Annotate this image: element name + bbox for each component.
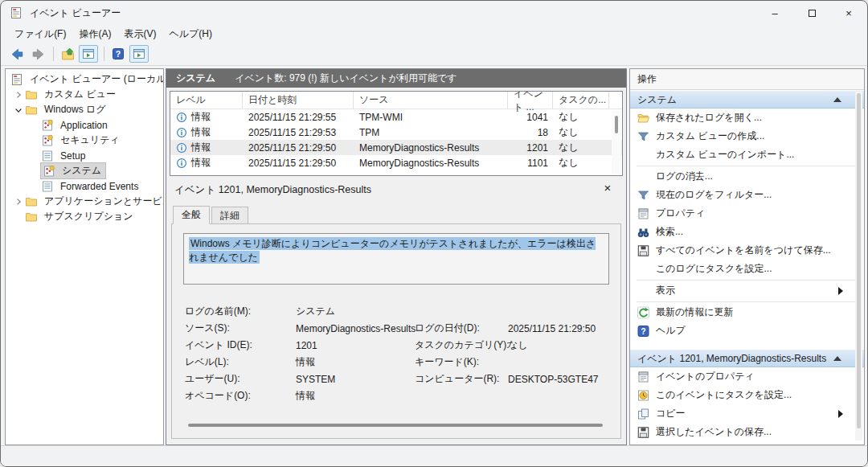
title-bar: イベント ビューアー – ×	[1, 1, 867, 25]
tab-general[interactable]: 全般	[173, 206, 210, 224]
action-view[interactable]: 表示	[630, 281, 864, 300]
event-viewer-window: イベント ビューアー – × ファイル(F) 操作(A) 表示(V) ヘルプ(H…	[0, 0, 868, 467]
action-separator	[637, 301, 858, 302]
action-pane: 操作 システム 保存されたログを開く... カスタム ビューの作成... カスタ…	[629, 68, 865, 445]
column-header-source[interactable]: ソース	[354, 92, 508, 109]
folder-up-icon	[61, 47, 75, 61]
scrollbar-thumb[interactable]	[857, 93, 861, 428]
column-header-event-id[interactable]: イベント ...	[508, 92, 553, 109]
event-message-text: Windows メモリ診断によりコンピューターのメモリがテストされましたが、エラ…	[189, 237, 596, 264]
tab-details[interactable]: 詳細	[211, 207, 248, 224]
column-header-datetime[interactable]: 日付と時刻	[243, 92, 354, 109]
chevron-right-icon[interactable]	[12, 197, 25, 207]
log-icon	[41, 180, 54, 193]
tree-item-root[interactable]: イベント ビューアー (ローカル)	[6, 72, 163, 87]
action-refresh[interactable]: 最新の情報に更新	[630, 303, 864, 322]
help-button[interactable]	[108, 45, 128, 63]
submenu-arrow-icon	[838, 410, 843, 418]
menu-action[interactable]: 操作(A)	[72, 26, 117, 43]
menu-view[interactable]: 表示(V)	[117, 26, 162, 43]
action-save-selected-events[interactable]: 選択したイベントの保存...	[630, 423, 864, 441]
binoculars-icon	[637, 226, 650, 239]
minimize-button[interactable]: –	[756, 1, 793, 25]
chevron-right-icon[interactable]	[12, 90, 25, 100]
action-pane-title: 操作	[630, 69, 864, 90]
event-row[interactable]: 情報 2025/11/15 21:29:50 MemoryDiagnostics…	[170, 155, 622, 170]
console-tree-toggle-icon	[82, 47, 95, 60]
field-label: ログの名前(M):	[185, 305, 296, 318]
tree-item-setup[interactable]: Setup	[6, 148, 163, 163]
field-label: オペコード(O):	[185, 389, 296, 403]
maximize-button[interactable]	[793, 1, 830, 25]
action-properties[interactable]: プロパティ	[630, 204, 864, 223]
menu-file[interactable]: ファイル(F)	[8, 26, 72, 43]
help-icon	[637, 325, 650, 338]
tree-item-custom-views[interactable]: カスタム ビュー	[6, 87, 163, 102]
scrollbar-thumb[interactable]	[615, 116, 618, 133]
column-header-level[interactable]: レベル	[170, 92, 243, 109]
up-level-button[interactable]	[58, 45, 77, 63]
action-section-event[interactable]: イベント 1201, MemoryDiagnostics-Results	[630, 350, 864, 367]
tree-item-subscriptions[interactable]: サブスクリプション	[6, 209, 163, 224]
event-list-scrollbar[interactable]	[612, 111, 621, 174]
chevron-down-icon[interactable]	[12, 105, 25, 115]
tree-item-security[interactable]: セキュリティ	[6, 133, 163, 148]
tree-item-app-services-logs[interactable]: アプリケーションとサービス ログ	[6, 194, 163, 209]
field-row: オペコード(O): 情報	[185, 387, 609, 404]
selected-tree-item: システム	[41, 163, 105, 178]
action-save-all-events[interactable]: すべてのイベントを名前をつけて保存...	[630, 241, 864, 260]
tree-item-application[interactable]: Application	[6, 117, 163, 133]
field-row: ユーザー(U): SYSTEM コンピューター(R): DESKTOP-53GT…	[185, 371, 609, 387]
event-fields: ログの名前(M): システム ソース(S): MemoryDiagnostics…	[185, 303, 609, 404]
action-copy[interactable]: コピー	[630, 404, 864, 423]
action-open-saved-log[interactable]: 保存されたログを開く...	[630, 109, 864, 127]
action-attach-task-to-log[interactable]: このログにタスクを設定...	[630, 260, 864, 278]
event-row[interactable]: 情報 2025/11/15 21:29:55 TPM-WMI 1041 なし	[170, 109, 622, 125]
action-clear-log[interactable]: ログの消去...	[630, 167, 864, 186]
action-import-custom-view[interactable]: カスタム ビューのインポート...	[630, 145, 864, 164]
column-header-task[interactable]: タスクの...	[553, 92, 609, 109]
funnel-icon	[637, 189, 650, 202]
event-row-selected[interactable]: 情報 2025/11/15 21:29:50 MemoryDiagnostics…	[170, 140, 622, 155]
console-tree-toggle-button[interactable]	[79, 45, 98, 63]
close-button[interactable]: ×	[830, 1, 867, 25]
action-event-properties[interactable]: イベントのプロパティ	[630, 367, 864, 386]
action-pane-toggle-button[interactable]	[129, 45, 149, 63]
event-table: レベル 日付と時刻 ソース イベント ... タスクの... 情報 2025/1…	[170, 91, 623, 176]
action-section-system[interactable]: システム	[630, 91, 864, 109]
folder-icon	[25, 88, 38, 101]
action-find[interactable]: 検索...	[630, 223, 864, 241]
log-name: システム	[176, 72, 215, 85]
event-viewer-icon	[10, 73, 23, 86]
event-detail-title: イベント 1201, MemoryDiagnostics-Results	[174, 182, 618, 198]
forward-icon	[31, 47, 45, 61]
tree-item-windows-logs[interactable]: Windows ログ	[6, 102, 163, 117]
toolbar	[1, 43, 867, 66]
floppy-icon	[637, 426, 650, 439]
console-tree-panel: イベント ビューアー (ローカル) カスタム ビュー Windows ログ Ap…	[5, 68, 164, 445]
menu-help[interactable]: ヘルプ(H)	[162, 26, 219, 43]
event-row[interactable]: 情報 2025/11/15 21:29:53 TPM 18 なし	[170, 125, 622, 140]
folder-icon	[25, 211, 38, 223]
field-value: DESKTOP-53GTE47	[508, 374, 609, 385]
field-row: イベント ID(E): 1201 タスクのカテゴリ(Y): なし	[185, 337, 609, 354]
detail-close-button[interactable]: ×	[600, 180, 615, 195]
log-icon	[41, 150, 54, 162]
info-icon	[176, 142, 187, 154]
field-label: キーワード(K):	[415, 355, 508, 369]
action-pane-scrollbar[interactable]	[855, 92, 862, 440]
forward-button[interactable]	[28, 45, 47, 63]
action-pane-toggle-icon	[133, 47, 145, 60]
detail-horizontal-scrollbar[interactable]	[188, 424, 603, 427]
action-help[interactable]: ヘルプ	[630, 322, 864, 340]
back-button[interactable]	[7, 45, 27, 63]
field-label: イベント ID(E):	[185, 338, 296, 352]
action-filter-current-log[interactable]: 現在のログをフィルター...	[630, 186, 864, 204]
event-message-box[interactable]: Windows メモリ診断によりコンピューターのメモリがテストされましたが、エラ…	[183, 233, 609, 285]
tree-item-system[interactable]: システム	[6, 163, 163, 178]
action-create-custom-view[interactable]: カスタム ビューの作成...	[630, 127, 864, 145]
status-bar	[1, 445, 867, 467]
tree-item-forwarded-events[interactable]: Forwarded Events	[6, 178, 163, 194]
action-attach-task-to-event[interactable]: このイベントにタスクを設定...	[630, 386, 864, 404]
submenu-arrow-icon	[838, 287, 843, 295]
